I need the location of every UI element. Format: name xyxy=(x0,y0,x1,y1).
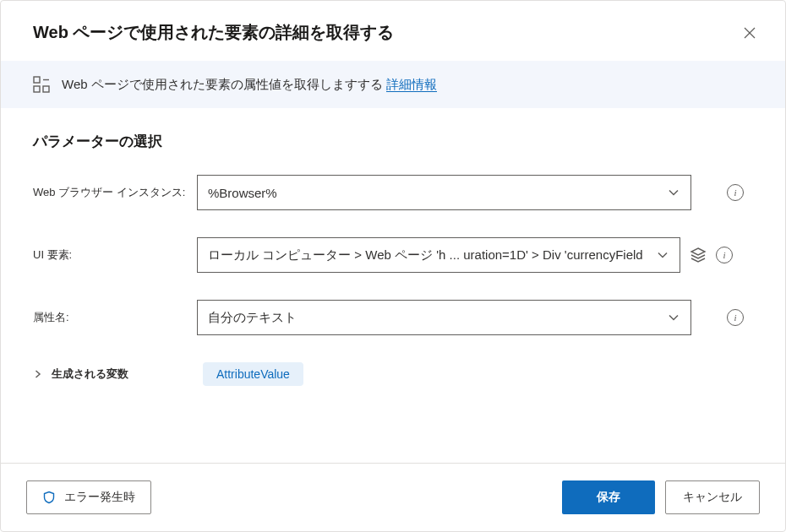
close-icon xyxy=(743,26,756,40)
on-error-label: エラー発生時 xyxy=(64,490,135,505)
ui-element-label: UI 要素: xyxy=(33,247,197,263)
close-button[interactable] xyxy=(740,23,760,43)
chevron-right-icon xyxy=(33,369,43,379)
ui-element-row: UI 要素: ローカル コンピューター > Web ページ 'h ... ura… xyxy=(33,237,753,273)
ui-element-select[interactable]: ローカル コンピューター > Web ページ 'h ... uration=1D… xyxy=(197,237,680,273)
browser-instance-label: Web ブラウザー インスタンス: xyxy=(33,185,197,200)
info-text-content: Web ページで使用された要素の属性値を取得しますする xyxy=(62,77,386,91)
ui-element-value: ローカル コンピューター > Web ページ 'h ... uration=1D… xyxy=(208,247,643,263)
info-bar: Web ページで使用された要素の属性値を取得しますする 詳細情報 xyxy=(1,61,785,108)
web-element-icon xyxy=(33,76,50,93)
section-title: パラメーターの選択 xyxy=(33,132,753,151)
dialog-header: Web ページで使用された要素の詳細を取得する xyxy=(1,1,785,61)
shield-icon xyxy=(42,491,56,504)
browser-instance-select[interactable]: %Browser% xyxy=(197,175,691,210)
layers-icon xyxy=(690,247,707,263)
browser-instance-info[interactable]: i xyxy=(727,184,744,201)
attribute-name-value: 自分のテキスト xyxy=(208,310,297,326)
dialog-content: パラメーターの選択 Web ブラウザー インスタンス: %Browser% i … xyxy=(1,108,785,463)
more-info-link[interactable]: 詳細情報 xyxy=(386,77,437,92)
save-button[interactable]: 保存 xyxy=(562,480,655,514)
browser-instance-value: %Browser% xyxy=(208,186,277,200)
chevron-down-icon xyxy=(667,186,680,199)
footer-actions: 保存 キャンセル xyxy=(562,480,760,514)
browser-instance-row: Web ブラウザー インスタンス: %Browser% i xyxy=(33,175,753,210)
svg-rect-4 xyxy=(43,86,49,92)
generated-variables-label: 生成される変数 xyxy=(52,366,128,382)
info-text: Web ページで使用された要素の属性値を取得しますする 詳細情報 xyxy=(62,77,437,93)
attribute-name-label: 属性名: xyxy=(33,310,197,325)
svg-marker-6 xyxy=(691,248,705,255)
attribute-name-info[interactable]: i xyxy=(727,309,744,326)
chevron-down-icon xyxy=(656,248,669,262)
chevron-down-icon xyxy=(667,311,680,324)
ui-element-info[interactable]: i xyxy=(716,247,733,263)
ui-element-picker-button[interactable] xyxy=(689,246,707,264)
dialog-footer: エラー発生時 保存 キャンセル xyxy=(1,463,785,531)
cancel-button[interactable]: キャンセル xyxy=(665,480,760,514)
attribute-name-select[interactable]: 自分のテキスト xyxy=(197,300,691,335)
generated-variables-row: 生成される変数 AttributeValue xyxy=(33,362,753,386)
variable-chip[interactable]: AttributeValue xyxy=(203,362,303,386)
on-error-button[interactable]: エラー発生時 xyxy=(26,480,151,514)
attribute-name-row: 属性名: 自分のテキスト i xyxy=(33,300,753,335)
svg-rect-3 xyxy=(34,86,40,92)
action-dialog: Web ページで使用された要素の詳細を取得する Web ページで使用された要素の… xyxy=(0,0,786,532)
generated-variables-toggle[interactable]: 生成される変数 xyxy=(33,366,128,382)
svg-rect-2 xyxy=(34,77,40,83)
dialog-title: Web ページで使用された要素の詳細を取得する xyxy=(33,21,394,44)
